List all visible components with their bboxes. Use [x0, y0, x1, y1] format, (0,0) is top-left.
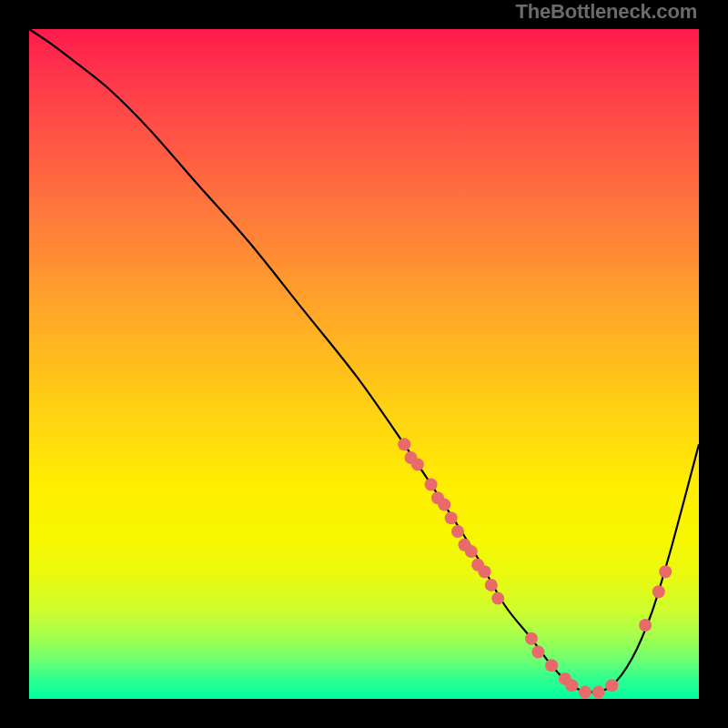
marker-dot	[659, 565, 672, 578]
marker-dot	[411, 458, 424, 470]
marker-dot	[465, 545, 478, 558]
marker-dot	[491, 592, 504, 605]
marker-dot	[479, 565, 491, 578]
marker-dot	[445, 511, 458, 524]
marker-dot	[451, 525, 464, 538]
marker-dot	[579, 686, 592, 699]
watermark-text: TheBottleneck.com	[515, 0, 697, 24]
marker-dot	[485, 579, 498, 592]
marker-dot	[525, 632, 538, 645]
plot-area	[29, 29, 699, 699]
marker-dot	[398, 438, 410, 450]
marker-dot	[425, 479, 438, 491]
marker-dot	[565, 679, 578, 692]
marker-dot	[531, 646, 544, 659]
marker-dot	[652, 585, 665, 598]
marker-dot	[438, 499, 450, 511]
chart-container: TheBottleneck.com	[0, 0, 728, 728]
curve-svg	[29, 29, 699, 699]
marker-dot	[592, 686, 605, 699]
marker-dot	[545, 659, 558, 672]
bottleneck-curve	[29, 29, 699, 693]
marker-dot	[605, 679, 618, 692]
marker-dot	[639, 619, 652, 632]
